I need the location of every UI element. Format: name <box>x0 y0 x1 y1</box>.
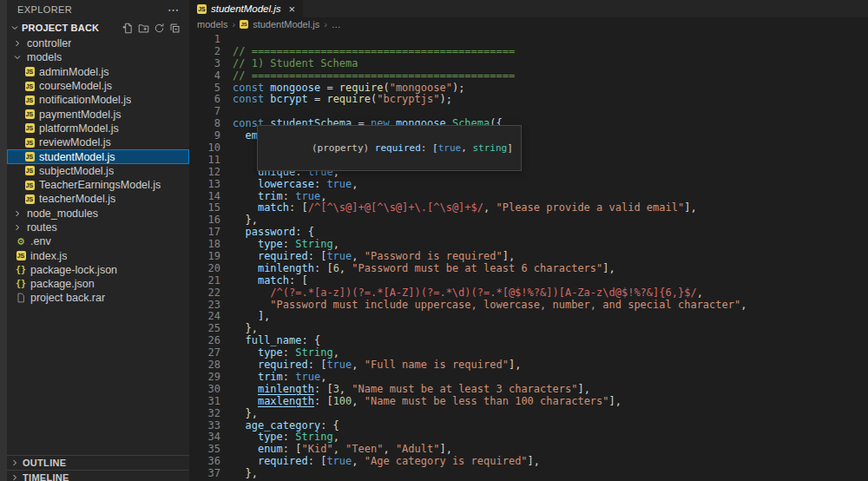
line-number: 36 <box>189 456 220 468</box>
code-line-34[interactable]: 34 type: String, <box>189 432 868 444</box>
code-line-5[interactable]: 5const mongoose = require("mongoose"); <box>189 82 868 95</box>
code-line-30[interactable]: 30 minlength: [3, "Name must be at least… <box>189 384 868 396</box>
tree-item-index-js[interactable]: JSindex.js <box>7 248 189 262</box>
tree-item-label: package.json <box>30 278 95 290</box>
line-number: 9 <box>189 130 220 142</box>
line-text: }, <box>220 468 258 480</box>
new-file-icon[interactable] <box>122 23 134 34</box>
code-line-3[interactable]: 3// 1) Student Schema <box>189 58 868 70</box>
code-line-29[interactable]: 29 trim: true, <box>189 372 868 384</box>
code-line-4[interactable]: 4// ====================================… <box>189 70 868 82</box>
code-line-2[interactable]: 2// ====================================… <box>189 46 868 58</box>
js-file-icon: JS <box>23 193 36 205</box>
code-line-25[interactable]: 25 }, <box>189 323 868 335</box>
js-file-icon: JS <box>23 151 36 163</box>
tree-item-coursemodel-js[interactable]: JScourseModel.js <box>7 79 189 93</box>
timeline-section-header[interactable]: TIMELINE <box>7 470 189 481</box>
explorer-sidebar: EXPLORER ⋯ PROJECT BACK controllermodels… <box>7 0 189 481</box>
code-line-20[interactable]: 20 minlength: [6, "Password must be at l… <box>189 263 868 275</box>
line-text: const mongoose = require("mongoose"); <box>220 82 464 95</box>
tree-item-notificationmodel-js[interactable]: JSnotificationModel.js <box>7 93 189 107</box>
project-section-header[interactable]: PROJECT BACK <box>7 19 189 36</box>
line-text: ], <box>220 311 270 323</box>
new-folder-icon[interactable] <box>138 23 149 34</box>
views-more-actions-icon[interactable]: ⋯ <box>168 4 179 16</box>
line-number: 1 <box>189 34 220 46</box>
code-line-36[interactable]: 36 required: [true, "Age category is req… <box>189 456 868 468</box>
tree-item-adminmodel-js[interactable]: JSadminModel.js <box>7 65 189 79</box>
json-icon: {} <box>14 264 28 276</box>
breadcrumb: models › JS studentModel.js › … <box>189 17 868 31</box>
code-line-35[interactable]: 35 enum: ["Kid", "Teen", "Adult"], <box>189 444 868 456</box>
line-text: required: [true, "Password is required"]… <box>220 251 515 263</box>
tree-item-subjectmodel-js[interactable]: JSsubjectModel.js <box>7 164 189 178</box>
hover-tooltip: (property) required: [true, string] <box>257 125 522 171</box>
breadcrumb-file[interactable]: studentModel.js <box>253 19 319 30</box>
breadcrumb-folder[interactable]: models <box>197 19 227 30</box>
tree-item-label: package-lock.json <box>30 264 117 276</box>
tree-item-models[interactable]: models <box>7 50 189 64</box>
outline-section-header[interactable]: OUTLINE <box>7 455 189 470</box>
tree-item-package-lock-json[interactable]: {}package-lock.json <box>7 263 189 277</box>
js-file-icon: JS <box>23 80 36 92</box>
code-line-33[interactable]: 33 age_category: { <box>189 420 868 432</box>
tab-label: studentModel.js <box>211 3 281 14</box>
timeline-section-title: TIMELINE <box>23 472 69 481</box>
file-tree: controllermodelsJSadminModel.jsJScourseM… <box>7 36 189 306</box>
line-text: trim: true, <box>220 372 326 384</box>
code-line-15[interactable]: 15 match: [/^[^\s@]+@[^\s@]+\.[^\s@]+$/,… <box>189 202 868 214</box>
code-line-14[interactable]: 14 trim: true, <box>189 191 868 203</box>
line-number: 6 <box>189 94 220 106</box>
line-number: 37 <box>189 468 220 480</box>
tree-item-package-json[interactable]: {}package.json <box>7 277 189 291</box>
activity-bar <box>0 0 7 481</box>
tree-item-routes[interactable]: routes <box>7 221 189 234</box>
tree-item-controller[interactable]: controller <box>7 36 189 50</box>
line-text: type: String, <box>220 347 339 359</box>
code-line-6[interactable]: 6const bcrypt = require("bcryptjs"); <box>189 94 868 106</box>
js-file-icon: JS <box>23 136 36 148</box>
code-line-37[interactable]: 37 }, <box>189 468 868 480</box>
tree-item-platformmodel-js[interactable]: JSplatformModel.js <box>7 122 189 135</box>
tree-item-node-modules[interactable]: node_modules <box>7 207 189 221</box>
tree-item-teachermodel-js[interactable]: JSteacherModel.js <box>7 192 189 206</box>
code-line-13[interactable]: 13 lowercase: true, <box>189 179 868 191</box>
tree-item--env[interactable]: ⚙.env <box>7 234 189 248</box>
tree-item-reviewmodel-js[interactable]: JSreviewModel.js <box>7 135 189 149</box>
code-line-1[interactable]: 1 <box>189 34 868 46</box>
line-text: }, <box>220 323 258 335</box>
code-line-28[interactable]: 28 required: [true, "Full name is requir… <box>189 359 868 372</box>
code-lines: 12// ===================================… <box>189 34 868 480</box>
explorer-title: EXPLORER <box>17 4 72 15</box>
close-tab-icon[interactable]: × <box>289 3 296 15</box>
code-line-19[interactable]: 19 required: [true, "Password is require… <box>189 251 868 263</box>
collapse-folders-icon[interactable] <box>169 23 181 34</box>
code-line-7[interactable]: 7 <box>189 106 868 118</box>
refresh-icon[interactable] <box>154 23 165 34</box>
breadcrumb-symbol[interactable]: … <box>332 19 341 30</box>
tree-item-label: .env <box>30 235 51 247</box>
line-number: 20 <box>189 263 220 275</box>
tree-item-studentmodel-js[interactable]: JSstudentModel.js <box>7 149 189 163</box>
line-text: age_category: { <box>220 420 339 432</box>
code-line-18[interactable]: 18 type: String, <box>189 239 868 251</box>
tab-studentmodel-js[interactable]: JS studentModel.js × <box>189 0 303 17</box>
code-line-24[interactable]: 24 ], <box>189 311 868 323</box>
line-number: 31 <box>189 396 220 408</box>
line-text <box>220 106 233 118</box>
code-line-16[interactable]: 16 }, <box>189 214 868 227</box>
line-number: 14 <box>189 191 220 203</box>
code-line-26[interactable]: 26 full_name: { <box>189 335 868 347</box>
code-line-23[interactable]: 23 "Password must include uppercase, low… <box>189 300 868 312</box>
chevron-right-icon <box>10 37 24 49</box>
code-line-32[interactable]: 32 }, <box>189 408 868 420</box>
tree-item-project-back-rar[interactable]: project back.rar <box>7 291 189 305</box>
code-line-31[interactable]: 31 maxlength: [100, "Name must be less t… <box>189 396 868 408</box>
code-line-22[interactable]: 22 /^(?=.*[a-z])(?=.*[A-Z])(?=.*\d)(?=.*… <box>189 287 868 300</box>
tree-item-paymentmodel-js[interactable]: JSpaymentModel.js <box>7 107 189 121</box>
code-editor[interactable]: 12// ===================================… <box>189 31 868 481</box>
tree-item-teacherearningsmodel-js[interactable]: JSTeacherEarningsModel.js <box>7 178 189 192</box>
code-line-27[interactable]: 27 type: String, <box>189 347 868 359</box>
code-line-21[interactable]: 21 match: [ <box>189 275 868 287</box>
code-line-17[interactable]: 17 password: { <box>189 227 868 239</box>
